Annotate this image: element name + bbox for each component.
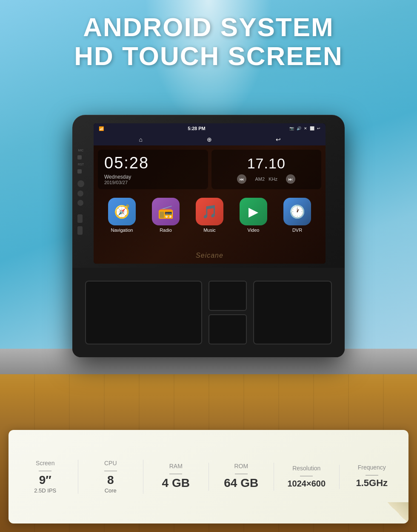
close-icon: ✕ xyxy=(304,126,307,131)
spec-frequency: Frequency 1.5GHz xyxy=(340,464,405,489)
music-app-btn[interactable]: 🎵 xyxy=(196,198,223,225)
vent-center-bottom xyxy=(208,314,247,344)
vol-up-btn[interactable] xyxy=(77,214,83,223)
spec-cpu-label: CPU xyxy=(104,460,117,467)
vent-left xyxy=(85,281,202,344)
spec-screen-divider xyxy=(39,471,51,471)
music-app-icon[interactable]: 🎵 Music xyxy=(196,198,223,233)
bottom-vents xyxy=(72,268,345,357)
vol-down-btn[interactable] xyxy=(77,226,83,235)
status-right: 📷 🔊 ✕ ⬜ ↩ xyxy=(289,126,320,131)
dvr-app-btn[interactable]: 🕐 xyxy=(283,198,311,225)
window-icon: ⬜ xyxy=(310,126,314,131)
dvr-app-label: DVR xyxy=(292,228,302,233)
clock-date: 2019/03/27 xyxy=(104,180,202,185)
side-btn-1[interactable] xyxy=(77,155,82,159)
spec-screen-label: Screen xyxy=(36,460,54,467)
spec-cpu-sub: Core xyxy=(105,487,117,494)
spec-frequency-value: 1.5GHz xyxy=(356,478,388,488)
rst-label: RST xyxy=(77,163,84,166)
spec-screen: Screen 9″ 2.5D IPS xyxy=(13,460,78,494)
spec-ram: RAM 4 GB xyxy=(143,463,209,491)
spec-rom-divider xyxy=(235,474,248,474)
spec-resolution-value: 1024×600 xyxy=(287,479,326,488)
spec-ram-label: RAM xyxy=(169,463,183,469)
back-arrow-icon: ↩ xyxy=(317,126,320,131)
back-btn[interactable] xyxy=(77,200,83,206)
status-left: 📶 xyxy=(99,126,104,131)
android-home-bar: ⌂ ⊕ ↩ xyxy=(94,134,326,145)
spec-rom-label: ROM xyxy=(234,463,248,469)
vent-center xyxy=(208,281,247,344)
spec-cpu-divider xyxy=(104,471,117,471)
car-unit: MIC RST 📶 5:28 PM 📷 🔊 ✕ ⬜ xyxy=(72,115,345,357)
heading-line1: ANDROID SYSTEM xyxy=(0,13,417,42)
video-app-btn[interactable]: ▶ xyxy=(240,198,267,225)
android-status-bar: 📶 5:28 PM 📷 🔊 ✕ ⬜ ↩ xyxy=(94,123,326,134)
radio-app-btn[interactable]: 📻 xyxy=(152,198,180,225)
spec-screen-value: 9″ xyxy=(39,474,51,487)
dvr-icon-symbol: 🕐 xyxy=(289,204,305,219)
widget-area: 05:28 Wednesday 2019/03/27 17.10 ⏮ AM2 xyxy=(94,145,326,193)
side-buttons: MIC RST xyxy=(77,149,84,235)
usb-icon[interactable]: ⊕ xyxy=(206,136,213,143)
spec-ram-value: 4 GB xyxy=(162,477,190,490)
clock-time: 05:28 xyxy=(104,154,202,172)
dvr-app-icon[interactable]: 🕐 DVR xyxy=(283,198,311,233)
spec-cpu: CPU 8 Core xyxy=(78,460,144,494)
nav-app-btn[interactable]: 🧭 xyxy=(108,198,136,225)
radio-app-label: Radio xyxy=(160,228,172,233)
clock-widget: 05:28 Wednesday 2019/03/27 xyxy=(98,150,208,189)
music-icon-symbol: 🎵 xyxy=(202,204,217,219)
spec-ram-divider xyxy=(169,474,182,474)
mic-label: MIC xyxy=(77,149,84,152)
wifi-icon: 📶 xyxy=(99,126,104,131)
home-icon[interactable]: ⌂ xyxy=(137,136,145,143)
spec-screen-sub: 2.5D IPS xyxy=(34,487,56,494)
side-btn-2[interactable] xyxy=(77,169,82,174)
music-app-label: Music xyxy=(203,228,216,233)
device-screen: 📶 5:28 PM 📷 🔊 ✕ ⬜ ↩ ⌂ ⊕ ↩ xyxy=(94,123,326,264)
radio-prev-btn[interactable]: ⏮ xyxy=(237,174,246,184)
spec-rom-value: 64 GB xyxy=(224,477,258,490)
spec-frequency-label: Frequency xyxy=(358,464,386,471)
nav-back-icon[interactable]: ↩ xyxy=(274,136,282,143)
spec-resolution: Resolution 1024×600 xyxy=(274,465,340,489)
vent-center-top xyxy=(208,281,247,311)
spec-resolution-divider xyxy=(300,476,313,476)
radio-icon-symbol: 📻 xyxy=(158,204,174,219)
volume-icon: 🔊 xyxy=(297,126,301,131)
device-bezel: MIC RST 📶 5:28 PM 📷 🔊 ✕ ⬜ xyxy=(72,115,345,357)
screen-content: 05:28 Wednesday 2019/03/27 17.10 ⏮ AM2 xyxy=(94,145,326,264)
video-app-label: Video xyxy=(248,228,260,233)
nav-icon-symbol: 🧭 xyxy=(114,204,130,219)
vent-right xyxy=(253,281,332,344)
nav-app-label: Navigation xyxy=(111,228,133,233)
specs-card: Screen 9″ 2.5D IPS CPU 8 Core RAM 4 GB R… xyxy=(9,430,408,523)
radio-band: ⏮ AM2 KHz ⏭ xyxy=(237,174,295,184)
clock-day: Wednesday xyxy=(104,174,202,180)
status-time: 5:28 PM xyxy=(188,126,206,131)
radio-next-btn[interactable]: ⏭ xyxy=(286,174,295,184)
app-icons-row: 🧭 Navigation 📻 Radio 🎵 M xyxy=(94,193,326,235)
spec-cpu-value: 8 xyxy=(107,474,114,487)
camera-icon: 📷 xyxy=(289,126,294,131)
video-app-icon[interactable]: ▶ Video xyxy=(240,198,267,233)
page-heading: ANDROID SYSTEM HD TOUCH SCREEN xyxy=(0,13,417,71)
nav-app-icon[interactable]: 🧭 Navigation xyxy=(108,198,136,233)
spec-rom: ROM 64 GB xyxy=(209,463,274,491)
spec-resolution-label: Resolution xyxy=(292,465,320,472)
radio-frequency: 17.10 xyxy=(247,155,286,172)
radio-widget: 17.10 ⏮ AM2 KHz ⏭ xyxy=(211,150,322,189)
power-btn[interactable] xyxy=(77,180,84,187)
seicane-watermark: Seicane xyxy=(196,252,223,259)
heading-line2: HD TOUCH SCREEN xyxy=(0,42,417,71)
radio-band-label: AM2 KHz xyxy=(255,176,277,182)
spec-frequency-divider xyxy=(366,475,378,475)
video-icon-symbol: ▶ xyxy=(248,204,258,219)
home-btn[interactable] xyxy=(77,191,83,196)
radio-app-icon[interactable]: 📻 Radio xyxy=(152,198,180,233)
